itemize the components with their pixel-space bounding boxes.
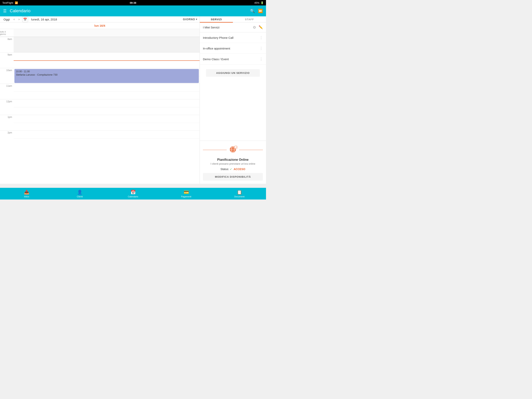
events-column[interactable]: 10.00 - 11.00 Stefania Larusso - Compila… <box>14 29 200 184</box>
app-name: TestFlight <box>2 1 13 4</box>
service-item-office[interactable]: In-office appointment ⋮ <box>200 43 266 54</box>
calendar-panel: lun 16/4 tutto il giorno 8am 9am 10am 11… <box>0 22 200 184</box>
grid-row-10am: 10.00 - 11.00 Stefania Larusso - Compila… <box>14 68 200 84</box>
edit-icon[interactable]: ✏️ <box>259 25 263 29</box>
tab-staff[interactable]: STAFF <box>233 16 266 22</box>
wifi-icon: 📶 <box>15 1 18 4</box>
forward-icon[interactable]: ⏩ <box>258 9 263 13</box>
check-icon: ✓ <box>230 167 232 171</box>
time-slot-12pm: 12pm <box>0 99 14 115</box>
grid-row-9am <box>14 52 200 68</box>
calendario-icon: 📅 <box>130 190 136 195</box>
grid-row-12pm <box>14 99 200 115</box>
settings-icon[interactable]: ⊙ <box>253 25 256 29</box>
right-panel-tabs: SERVIZI STAFF <box>200 16 266 22</box>
chevron-down-icon: ▾ <box>196 18 197 21</box>
scheduling-title: Pianificazione Online <box>203 158 263 161</box>
current-time-indicator <box>14 60 200 61</box>
service-item-intro[interactable]: Introductory Phone Call ⋮ <box>200 32 266 43</box>
main-content: lun 16/4 tutto il giorno 8am 9am 10am 11… <box>0 22 266 184</box>
clienti-icon: 👤 <box>77 190 82 195</box>
bottom-tab-calendario[interactable]: 📅 Calendario <box>106 188 159 200</box>
time-slot-2pm: 2pm <box>0 130 14 146</box>
grid-row-2pm <box>14 130 200 146</box>
time-slot-8am: 8am <box>0 37 14 52</box>
service-item-demo[interactable]: Demo Class / Event ⋮ <box>200 54 266 64</box>
calendar-icon[interactable]: 📅 <box>22 16 28 22</box>
time-slot-10am: 10am <box>0 68 14 84</box>
time-grid: 10.00 - 11.00 Stefania Larusso - Compila… <box>14 37 200 146</box>
bottom-tab-clienti[interactable]: 👤 Clienti <box>53 188 106 200</box>
day-header: lun 16/4 <box>0 22 200 29</box>
scheduling-subtitle: I clienti possano prenotare un'ora onlin… <box>203 162 263 165</box>
all-day-label: tutto il giorno <box>0 29 14 37</box>
status-bar: TestFlight 📶 09:38 45% 🔋 <box>0 0 266 6</box>
service-more-demo[interactable]: ⋮ <box>259 57 263 61</box>
service-name-intro: Introductory Phone Call <box>203 36 234 39</box>
time-column: tutto il giorno 8am 9am 10am 11am 12pm 1… <box>0 29 14 184</box>
top-nav: ☰ Calendario 🔍 ⏩ <box>0 6 266 16</box>
header-row: Oggi ‹ › 📅 lunedì, 16 apr, 2018 GIORNO ▾… <box>0 16 266 22</box>
grid-row-1pm <box>14 115 200 130</box>
status-label: Status: <box>221 167 229 171</box>
event-time: 10.00 - 11.00 <box>16 70 197 73</box>
battery-icon: 🔋 <box>260 1 264 4</box>
bottom-tab-pagamenti[interactable]: 💳 Pagamenti <box>160 188 213 200</box>
view-mode-selector[interactable]: GIORNO ▾ <box>183 18 197 21</box>
grid-row-8am <box>14 37 200 52</box>
hamburger-icon[interactable]: ☰ <box>3 9 7 13</box>
calendario-label: Calendario <box>128 195 138 198</box>
service-more-office[interactable]: ⋮ <box>259 46 263 51</box>
documenti-label: Documenti <box>234 195 245 198</box>
grid-row-11am <box>14 84 200 99</box>
services-header: I Miei Servizi ⊙ ✏️ <box>200 22 266 32</box>
calendar-body[interactable]: tutto il giorno 8am 9am 10am 11am 12pm 1… <box>0 29 200 184</box>
tab-servizi[interactable]: SERVIZI <box>200 16 233 22</box>
scheduling-divider: ↗ <box>203 144 263 156</box>
status-line: Status: ✓ ACCESO <box>203 167 263 171</box>
pagamenti-icon: 💳 <box>184 190 189 195</box>
time-slot-11am: 11am <box>0 84 14 99</box>
event-block[interactable]: 10.00 - 11.00 Stefania Larusso - Compila… <box>14 69 199 83</box>
time-slot-9am: 9am <box>0 52 14 68</box>
search-icon[interactable]: 🔍 <box>250 9 255 13</box>
pagamenti-label: Pagamenti <box>181 195 191 198</box>
bottom-tab-inbox[interactable]: 📥 Inbox <box>0 188 53 200</box>
service-name-office: In-office appointment <box>203 47 230 50</box>
globe-icon-container: ↗ <box>228 144 238 154</box>
service-list: Introductory Phone Call ⋮ In-office appo… <box>200 32 266 141</box>
status-time: 09:38 <box>130 1 136 4</box>
top-nav-right: 🔍 ⏩ <box>250 9 263 13</box>
calendar-toolbar: Oggi ‹ › 📅 lunedì, 16 apr, 2018 GIORNO ▾ <box>0 16 200 22</box>
status-left: TestFlight 📶 <box>2 1 18 4</box>
service-name-demo: Demo Class / Event <box>203 58 229 61</box>
app-title: Calendario <box>10 8 30 13</box>
next-day-button[interactable]: › <box>17 17 21 22</box>
panel-header-icons: ⊙ ✏️ <box>253 25 263 29</box>
inbox-icon: 📥 <box>24 190 29 195</box>
status-right: 45% 🔋 <box>254 1 264 4</box>
battery-level: 45% <box>254 1 259 4</box>
service-more-intro[interactable]: ⋮ <box>259 35 263 40</box>
view-mode-label: GIORNO <box>183 18 195 21</box>
current-date: lunedì, 16 apr, 2018 <box>30 18 181 21</box>
today-button[interactable]: Oggi <box>2 17 11 22</box>
bottom-tab-bar: 📥 Inbox 👤 Clienti 📅 Calendario 💳 Pagamen… <box>0 188 266 200</box>
all-day-row <box>14 29 200 37</box>
online-scheduling: ↗ Pianificazione Online I clienti possan… <box>200 141 266 184</box>
time-slot-1pm: 1pm <box>0 115 14 130</box>
add-service-button[interactable]: AGGIUNGI UN SERVIZIO <box>206 69 260 77</box>
inbox-label: Inbox <box>24 195 29 198</box>
top-nav-left: ☰ Calendario <box>3 8 30 13</box>
clienti-label: Clienti <box>77 195 83 198</box>
svg-text:↗: ↗ <box>235 146 237 148</box>
right-panel: I Miei Servizi ⊙ ✏️ Introductory Phone C… <box>200 22 266 184</box>
globe-icon: ↗ <box>228 144 238 153</box>
prev-day-button[interactable]: ‹ <box>13 17 16 22</box>
event-title: Stefania Larusso - Compilazione 730 <box>16 73 197 76</box>
status-value: ACCESO <box>234 167 245 171</box>
bottom-tab-documenti[interactable]: 📋 Documenti <box>213 188 266 200</box>
modify-availability-button[interactable]: MODIFICA DISPONIBILITÀ <box>203 173 263 180</box>
services-title: I Miei Servizi <box>203 26 219 29</box>
documenti-icon: 📋 <box>237 190 242 195</box>
